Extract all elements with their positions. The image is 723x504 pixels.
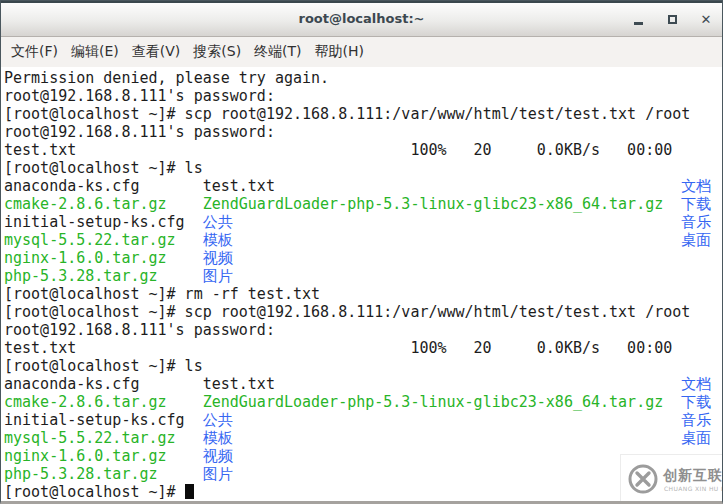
maximize-button[interactable]: [662, 10, 682, 30]
terminal-line: [root@localhost ~]# rm -rf test.txt: [1, 285, 722, 303]
brand-logo-icon: [627, 463, 659, 495]
close-icon: ✕: [701, 13, 712, 26]
terminal-text-segment: 音乐: [681, 213, 711, 231]
terminal-text-segment: test.txt: [203, 375, 275, 393]
terminal-text-segment: cmake-2.8.6.tar.gz: [4, 393, 167, 411]
terminal-text-segment: initial-setup-ks.cfg: [4, 411, 185, 429]
menu-item-search[interactable]: 搜索(S): [193, 43, 241, 61]
terminal-text-segment: ZendGuardLoader-php-5.3-linux-glibc23-x8…: [203, 393, 664, 411]
terminal-text-segment: 视频: [203, 447, 233, 465]
watermark-subtext: CHUANG XIN HU LIAN: [664, 485, 723, 492]
menu-item-edit[interactable]: 编辑(E): [71, 43, 119, 61]
terminal-text-segment: nginx-1.6.0.tar.gz: [4, 447, 167, 465]
terminal-line: root@192.168.8.111's password:: [1, 321, 722, 339]
terminal-line: [root@localhost ~]# ls: [1, 159, 722, 177]
terminal-text-segment: 0.0KB/s: [537, 339, 600, 357]
terminal-text-segment: 20: [474, 141, 492, 159]
terminal-window: root@localhost:~ ✕ 文件(F)编辑(E)查看(V)搜索(S)终…: [0, 0, 723, 504]
terminal-text-segment: [root@localhost ~]# rm -rf test.txt: [4, 285, 320, 303]
terminal-text-segment: 00:00: [627, 141, 672, 159]
terminal-line: [root@localhost ~]#: [1, 483, 722, 499]
maximize-icon: [668, 15, 677, 24]
terminal-text-segment: 00:00: [627, 339, 672, 357]
terminal-line: root@192.168.8.111's password:: [1, 123, 722, 141]
terminal-text-segment: nginx-1.6.0.tar.gz: [4, 249, 167, 267]
terminal-line: php-5.3.28.tar.gz图片: [1, 465, 722, 483]
terminal-line: cmake-2.8.6.tar.gzZendGuardLoader-php-5.…: [1, 195, 722, 213]
terminal-text-segment: 模板: [203, 429, 233, 447]
terminal-text-segment: anaconda-ks.cfg: [4, 177, 139, 195]
terminal-text-segment: [root@localhost ~]# ls: [4, 159, 203, 177]
terminal-text-segment: 音乐: [681, 411, 711, 429]
text-cursor: [185, 484, 194, 499]
terminal-line: initial-setup-ks.cfg公共音乐: [1, 213, 722, 231]
terminal-output[interactable]: Permission denied, please try again.root…: [1, 67, 722, 499]
terminal-text-segment: 0.0KB/s: [537, 141, 600, 159]
terminal-text-segment: root@192.168.8.111's password:: [4, 321, 275, 339]
terminal-line: anaconda-ks.cfgtest.txt文档: [1, 177, 722, 195]
terminal-text-segment: 20: [474, 339, 492, 357]
menu-item-view[interactable]: 查看(V): [132, 43, 181, 61]
terminal-text-segment: ZendGuardLoader-php-5.3-linux-glibc23-x8…: [203, 195, 664, 213]
terminal-text-segment: test.txt: [203, 177, 275, 195]
terminal-line: nginx-1.6.0.tar.gz视频: [1, 447, 722, 465]
terminal-text-segment: php-5.3.28.tar.gz: [4, 465, 158, 483]
titlebar[interactable]: root@localhost:~ ✕: [1, 1, 722, 37]
terminal-line: nginx-1.6.0.tar.gz视频: [1, 249, 722, 267]
terminal-line: anaconda-ks.cfgtest.txt文档: [1, 375, 722, 393]
terminal-text-segment: 桌面: [681, 231, 711, 249]
terminal-text-segment: initial-setup-ks.cfg: [4, 213, 185, 231]
terminal-text-segment: 模板: [203, 231, 233, 249]
terminal-text-segment: 文档: [681, 375, 711, 393]
terminal-text-segment: root@192.168.8.111's password:: [4, 87, 275, 105]
terminal-text-segment: 图片: [203, 465, 233, 483]
terminal-text-segment: [root@localhost ~]# scp root@192.168.8.1…: [4, 105, 690, 123]
terminal-text-segment: anaconda-ks.cfg: [4, 375, 139, 393]
terminal-text-segment: 桌面: [681, 429, 711, 447]
terminal-text-segment: cmake-2.8.6.tar.gz: [4, 195, 167, 213]
terminal-line: [root@localhost ~]# scp root@192.168.8.1…: [1, 303, 722, 321]
terminal-text-segment: 100%: [410, 141, 446, 159]
close-button[interactable]: ✕: [696, 10, 716, 30]
terminal-text-segment: 视频: [203, 249, 233, 267]
terminal-text-segment: 下载: [681, 393, 711, 411]
terminal-line: root@192.168.8.111's password:: [1, 87, 722, 105]
terminal-text-segment: 100%: [410, 339, 446, 357]
terminal-line: test.txt100%200.0KB/s00:00: [1, 339, 722, 357]
menu-bar: 文件(F)编辑(E)查看(V)搜索(S)终端(T)帮助(H): [1, 37, 722, 67]
window-title: root@localhost:~: [1, 11, 722, 26]
terminal-text-segment: mysql-5.5.22.tar.gz: [4, 231, 176, 249]
terminal-line: test.txt100%200.0KB/s00:00: [1, 141, 722, 159]
terminal-text-segment: 文档: [681, 177, 711, 195]
terminal-line: php-5.3.28.tar.gz图片: [1, 267, 722, 285]
window-controls: ✕: [628, 3, 716, 36]
terminal-text-segment: [root@localhost ~]# ls: [4, 357, 203, 375]
menu-item-file[interactable]: 文件(F): [11, 43, 58, 61]
terminal-line: [root@localhost ~]# scp root@192.168.8.1…: [1, 105, 722, 123]
terminal-text-segment: 图片: [203, 267, 233, 285]
terminal-text-segment: [root@localhost ~]#: [4, 483, 185, 499]
terminal-line: initial-setup-ks.cfg公共音乐: [1, 411, 722, 429]
minimize-button[interactable]: [628, 10, 648, 30]
menu-item-help[interactable]: 帮助(H): [315, 43, 364, 61]
terminal-text-segment: Permission denied, please try again.: [4, 69, 329, 87]
terminal-text-segment: php-5.3.28.tar.gz: [4, 267, 158, 285]
terminal-text-segment: 公共: [203, 411, 233, 429]
minimize-icon: [634, 22, 643, 25]
watermark: 创新互联 CHUANG XIN HU LIAN: [620, 454, 722, 501]
terminal-text-segment: root@192.168.8.111's password:: [4, 123, 275, 141]
terminal-line: Permission denied, please try again.: [1, 69, 722, 87]
terminal-text-segment: mysql-5.5.22.tar.gz: [4, 429, 176, 447]
terminal-text-segment: 下载: [681, 195, 711, 213]
menu-item-terminal[interactable]: 终端(T): [254, 43, 301, 61]
terminal-line: mysql-5.5.22.tar.gz模板桌面: [1, 429, 722, 447]
terminal-text-segment: test.txt: [4, 339, 76, 357]
terminal-line: mysql-5.5.22.tar.gz模板桌面: [1, 231, 722, 249]
terminal-text-segment: 公共: [203, 213, 233, 231]
terminal-line: cmake-2.8.6.tar.gzZendGuardLoader-php-5.…: [1, 393, 722, 411]
terminal-text-segment: test.txt: [4, 141, 76, 159]
watermark-brand: 创新互联: [663, 467, 723, 485]
terminal-text-segment: [root@localhost ~]# scp root@192.168.8.1…: [4, 303, 690, 321]
terminal-line: [root@localhost ~]# ls: [1, 357, 722, 375]
